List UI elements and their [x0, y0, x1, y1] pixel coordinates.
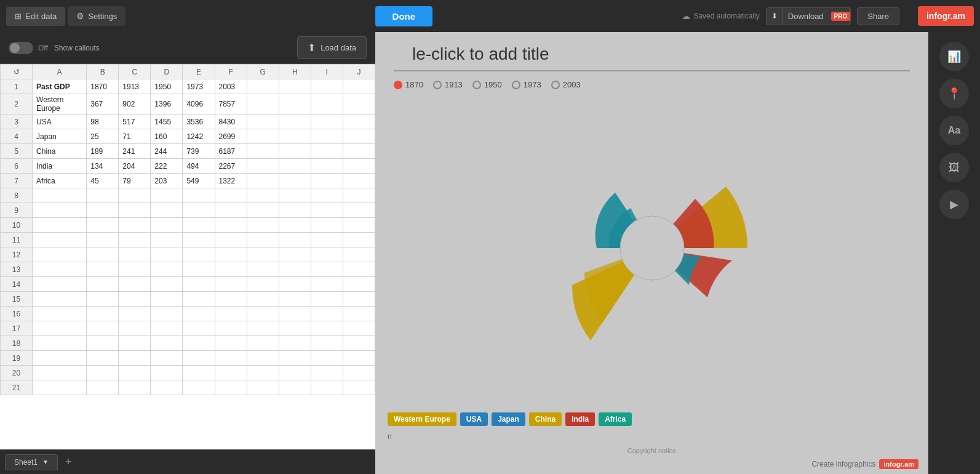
cell-13-3[interactable] [119, 262, 151, 277]
cell-9-8[interactable] [279, 203, 311, 218]
cell-21-7[interactable] [247, 380, 279, 395]
cell-5-3[interactable]: 241 [119, 144, 151, 159]
cell-4-9[interactable] [311, 129, 343, 144]
cell-21-10[interactable] [343, 380, 375, 395]
cell-5-5[interactable]: 739 [183, 144, 215, 159]
cell-7-8[interactable] [279, 174, 311, 188]
cell-10-7[interactable] [247, 218, 279, 233]
cell-10-3[interactable] [119, 218, 151, 233]
cell-14-9[interactable] [311, 277, 343, 292]
cell-18-5[interactable] [183, 336, 215, 351]
cell-19-8[interactable] [279, 351, 311, 366]
cell-20-6[interactable] [215, 366, 247, 380]
cell-13-8[interactable] [279, 262, 311, 277]
cell-20-1[interactable] [33, 366, 87, 380]
cell-10-6[interactable] [215, 218, 247, 233]
cell-15-2[interactable] [87, 292, 119, 307]
cell-3-8[interactable] [279, 114, 311, 129]
cell-5-2[interactable]: 189 [87, 144, 119, 159]
cell-10-10[interactable] [343, 218, 375, 233]
cell-13-9[interactable] [311, 262, 343, 277]
cell-3-7[interactable] [247, 114, 279, 129]
cell-9-3[interactable] [119, 203, 151, 218]
cell-19-6[interactable] [215, 351, 247, 366]
cell-12-8[interactable] [279, 247, 311, 262]
cell-21-1[interactable] [33, 380, 87, 395]
cell-4-7[interactable] [247, 129, 279, 144]
share-button[interactable]: Share [857, 7, 899, 25]
cell-1-10[interactable] [343, 79, 375, 94]
cell-21-8[interactable] [279, 380, 311, 395]
cell-16-6[interactable] [215, 307, 247, 321]
cell-10-5[interactable] [183, 218, 215, 233]
cell-1-4[interactable]: 1950 [151, 79, 183, 94]
cell-8-5[interactable] [183, 188, 215, 203]
cell-3-10[interactable] [343, 114, 375, 129]
cell-12-2[interactable] [87, 247, 119, 262]
cell-20-4[interactable] [151, 366, 183, 380]
cell-12-5[interactable] [183, 247, 215, 262]
cell-8-2[interactable] [87, 188, 119, 203]
cell-11-9[interactable] [311, 233, 343, 247]
cell-16-8[interactable] [279, 307, 311, 321]
cell-14-4[interactable] [151, 277, 183, 292]
cell-11-3[interactable] [119, 233, 151, 247]
cell-13-7[interactable] [247, 262, 279, 277]
image-button[interactable]: 🖼 [939, 153, 969, 182]
cell-11-5[interactable] [183, 233, 215, 247]
cell-6-6[interactable]: 2267 [215, 159, 247, 174]
cell-14-2[interactable] [87, 277, 119, 292]
cell-13-5[interactable] [183, 262, 215, 277]
bar-chart-button[interactable]: 📊 [939, 42, 969, 71]
cell-5-10[interactable] [343, 144, 375, 159]
cell-2-2[interactable]: 367 [87, 94, 119, 114]
add-sheet-button[interactable]: + [60, 454, 77, 470]
cell-7-10[interactable] [343, 174, 375, 188]
cell-20-2[interactable] [87, 366, 119, 380]
radio-1870[interactable]: 1870 [394, 80, 423, 89]
cell-1-9[interactable] [311, 79, 343, 94]
cell-21-3[interactable] [119, 380, 151, 395]
settings-tab[interactable]: ⚙ Settings [68, 6, 125, 26]
cell-19-1[interactable] [33, 351, 87, 366]
cell-19-7[interactable] [247, 351, 279, 366]
cell-6-2[interactable]: 134 [87, 159, 119, 174]
cell-18-4[interactable] [151, 336, 183, 351]
cell-16-2[interactable] [87, 307, 119, 321]
cell-11-10[interactable] [343, 233, 375, 247]
cell-20-10[interactable] [343, 366, 375, 380]
cell-4-3[interactable]: 71 [119, 129, 151, 144]
cell-2-4[interactable]: 1396 [151, 94, 183, 114]
cell-12-3[interactable] [119, 247, 151, 262]
cell-1-7[interactable] [247, 79, 279, 94]
radio-1913[interactable]: 1913 [433, 80, 463, 89]
cell-17-8[interactable] [279, 321, 311, 336]
cell-18-6[interactable] [215, 336, 247, 351]
cell-9-5[interactable] [183, 203, 215, 218]
cell-11-6[interactable] [215, 233, 247, 247]
cell-17-6[interactable] [215, 321, 247, 336]
cell-17-9[interactable] [311, 321, 343, 336]
cell-7-9[interactable] [311, 174, 343, 188]
radio-1950[interactable]: 1950 [472, 80, 502, 89]
cell-4-8[interactable] [279, 129, 311, 144]
cell-6-5[interactable]: 494 [183, 159, 215, 174]
cell-10-9[interactable] [311, 218, 343, 233]
cell-20-8[interactable] [279, 366, 311, 380]
cell-20-7[interactable] [247, 366, 279, 380]
cell-1-1[interactable]: Past GDP [33, 79, 87, 94]
cell-14-7[interactable] [247, 277, 279, 292]
cell-11-4[interactable] [151, 233, 183, 247]
cell-7-3[interactable]: 79 [119, 174, 151, 188]
cell-4-5[interactable]: 1242 [183, 129, 215, 144]
cell-14-10[interactable] [343, 277, 375, 292]
cell-3-3[interactable]: 517 [119, 114, 151, 129]
cell-4-4[interactable]: 160 [151, 129, 183, 144]
cell-17-7[interactable] [247, 321, 279, 336]
cell-10-4[interactable] [151, 218, 183, 233]
cell-7-7[interactable] [247, 174, 279, 188]
cell-2-3[interactable]: 902 [119, 94, 151, 114]
cell-8-3[interactable] [119, 188, 151, 203]
cell-21-6[interactable] [215, 380, 247, 395]
cell-11-7[interactable] [247, 233, 279, 247]
